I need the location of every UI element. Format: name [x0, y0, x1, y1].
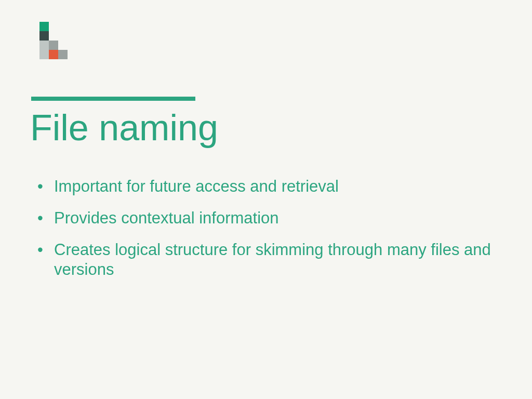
bullet-text: Provides contextual information: [54, 209, 279, 227]
list-item: Creates logical structure for skimming t…: [31, 240, 501, 281]
slide-title: File naming: [30, 107, 218, 149]
title-divider: [31, 97, 195, 101]
bullet-list: Important for future access and retrieva…: [31, 177, 501, 291]
logo-mark: [39, 22, 68, 69]
list-item: Important for future access and retrieva…: [31, 177, 501, 197]
list-item: Provides contextual information: [31, 208, 501, 229]
slide: File naming Important for future access …: [0, 0, 532, 399]
bullet-text: Important for future access and retrieva…: [54, 177, 339, 195]
bullet-text: Creates logical structure for skimming t…: [54, 241, 491, 279]
